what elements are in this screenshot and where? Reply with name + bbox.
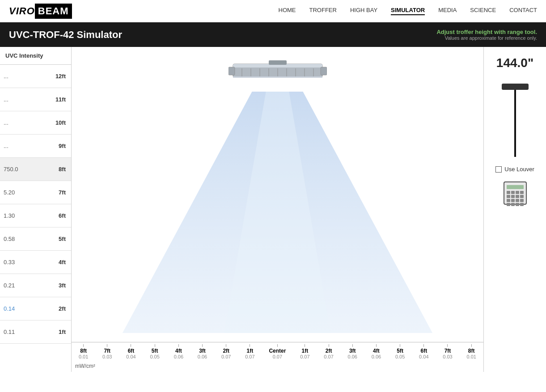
intensity-ft: 12ft <box>55 73 66 80</box>
nav-link-science[interactable]: SCIENCE <box>470 7 496 15</box>
range-tool-bottom <box>514 152 516 157</box>
x-axis-item: 4ft0.06 <box>174 344 183 359</box>
x-axis-tick <box>202 344 203 347</box>
calc-btn <box>520 203 524 206</box>
x-axis-sub: 0.06 <box>348 354 357 359</box>
intensity-ft: 2ft <box>59 305 66 312</box>
intensity-value: 0.33 <box>4 259 15 266</box>
right-panel: 144.0" Use Louver <box>483 47 546 372</box>
calculator-icon[interactable] <box>504 181 527 205</box>
x-axis-sub: 0.03 <box>102 354 112 359</box>
calc-btn <box>507 203 510 206</box>
x-axis-item: 2ft0.07 <box>221 344 231 359</box>
x-axis-sub: 0.05 <box>150 354 159 359</box>
x-axis-item: 4ft0.06 <box>372 344 381 359</box>
logo-viro: VIRO <box>9 5 35 17</box>
nav-link-troffer[interactable]: TROFFER <box>309 7 337 15</box>
x-axis-tick <box>277 344 278 347</box>
intensity-value: 5.20 <box>4 189 15 196</box>
x-axis-label: 8ft <box>80 348 87 354</box>
header-note-sub: Values are approximate for reference onl… <box>436 35 537 41</box>
x-axis-item: 6ft0.04 <box>126 344 135 359</box>
louver-label: Use Louver <box>504 166 534 173</box>
nav-link-high bay[interactable]: HIGH BAY <box>350 7 377 15</box>
intensity-ft: 8ft <box>59 166 66 173</box>
x-axis-tick <box>423 344 424 347</box>
calc-btn <box>511 203 515 206</box>
navbar: VIRO BEAM HOMETROFFERHIGH BAYSIMULATORME… <box>0 0 546 22</box>
x-axis-item: 1ft0.07 <box>300 344 309 359</box>
intensity-value: ... <box>4 143 8 149</box>
range-tool[interactable] <box>502 84 529 157</box>
calc-btn <box>511 199 515 202</box>
intensity-panel: UVC Intensity ...12ft...11ft...10ft◀...9… <box>0 47 72 372</box>
nav-link-home[interactable]: HOME <box>279 7 296 15</box>
x-axis-sub: 0.07 <box>300 354 309 359</box>
x-axis-label: 5ft <box>397 348 403 354</box>
calc-btn <box>516 195 519 198</box>
x-axis-tick <box>376 344 377 347</box>
calc-btn <box>507 191 510 194</box>
intensity-ft: 1ft <box>59 329 66 335</box>
x-axis-label: 3ft <box>349 348 356 354</box>
range-tool-top <box>502 84 529 90</box>
calc-btn <box>520 195 524 198</box>
x-axis-item: 3ft0.06 <box>198 344 207 359</box>
intensity-ft: 3ft <box>59 282 66 289</box>
intensity-value: ... <box>4 96 8 103</box>
intensity-row: ◀...9ft <box>0 135 71 158</box>
calc-btn <box>511 195 515 198</box>
intensity-value: ... <box>4 73 8 80</box>
x-axis-label: 8ft <box>468 348 475 354</box>
x-axis-sub: 0.03 <box>443 354 452 359</box>
logo[interactable]: VIRO BEAM <box>9 4 72 19</box>
svg-rect-13 <box>233 76 322 78</box>
intensity-row: ...10ft <box>0 111 71 135</box>
louver-checkbox[interactable] <box>495 166 502 173</box>
nav-links: HOMETROFFERHIGH BAYSIMULATORMEDIASCIENCE… <box>279 7 537 15</box>
intensity-row: 0.111ft <box>0 320 71 344</box>
x-axis-label: 2ft <box>326 348 332 354</box>
troffer-fixture <box>229 60 327 85</box>
light-beam-container <box>72 47 483 342</box>
intensity-row: 0.142ft <box>0 297 71 320</box>
intensity-ft: 4ft <box>59 259 66 266</box>
x-axis-label: 6ft <box>128 348 135 354</box>
intensity-ft: 6ft <box>59 212 66 219</box>
x-axis-tick <box>83 344 84 347</box>
x-axis-tick <box>400 344 400 347</box>
intensity-value: 750.0 <box>4 166 18 173</box>
x-axis-sub: 0.04 <box>126 354 135 359</box>
x-axis-item: 7ft0.03 <box>102 344 112 359</box>
nav-link-media[interactable]: MEDIA <box>438 7 457 15</box>
x-axis-sub: 0.07 <box>245 354 254 359</box>
nav-link-simulator[interactable]: SIMULATOR <box>391 7 425 15</box>
x-axis-label: 7ft <box>104 348 110 354</box>
intensity-ft: 10ft <box>55 119 66 126</box>
page-header: UVC-TROF-42 Simulator Adjust troffer hei… <box>0 22 546 47</box>
beam-svg <box>72 47 483 342</box>
x-axis-tick <box>107 344 107 347</box>
calc-btn <box>520 199 524 202</box>
x-axis-label: 1ft <box>302 348 309 354</box>
svg-rect-16 <box>269 60 287 65</box>
intensity-ft: 9ft <box>59 143 66 149</box>
intensity-header: UVC Intensity <box>0 47 71 65</box>
intensity-value: 1.30 <box>4 212 15 219</box>
x-axis-label: Center <box>269 348 286 354</box>
x-axis-tick <box>226 344 226 347</box>
calc-btn <box>516 199 519 202</box>
x-axis-tick <box>329 344 329 347</box>
intensity-value: 0.11 <box>4 329 15 335</box>
x-axis-item: Center0.07 <box>269 344 286 359</box>
intensity-row: 750.08ft <box>0 158 71 181</box>
intensity-value: ... <box>4 119 8 126</box>
nav-link-contact[interactable]: CONTACT <box>509 7 537 15</box>
x-axis-container: 8ft0.017ft0.036ft0.045ft0.054ft0.063ft0.… <box>72 342 483 360</box>
x-axis-sub: 0.06 <box>174 354 183 359</box>
intensity-rows: ...12ft...11ft...10ft◀...9ft750.08ft5.20… <box>0 65 71 344</box>
x-axis-item: 1ft0.07 <box>245 344 254 359</box>
x-axis-sub: 0.06 <box>198 354 207 359</box>
x-axis-sub: 0.07 <box>273 354 282 359</box>
intensity-value: 0.58 <box>4 236 15 242</box>
